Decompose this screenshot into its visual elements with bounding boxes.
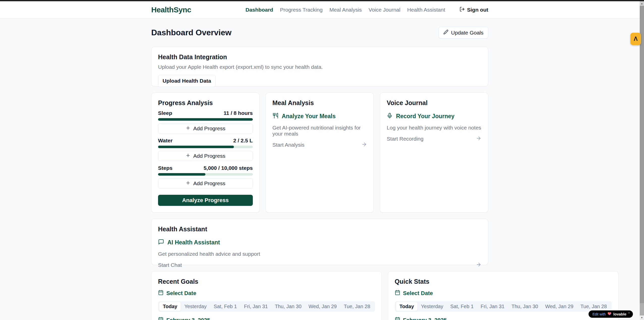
quick-stats-select-date[interactable]: Select Date <box>395 290 612 297</box>
metric-sleep: Sleep 11 / 8 hours Add Progress <box>158 110 253 134</box>
health-assistant-card: Health Assistant AI Health Assistant Get… <box>151 219 488 265</box>
pencil-icon <box>443 29 448 36</box>
progress-analysis-title: Progress Analysis <box>158 99 253 107</box>
ai-health-assistant-link[interactable]: AI Health Assistant <box>158 239 481 246</box>
arrow-right-icon <box>476 262 481 268</box>
chat-bubble-icon <box>158 239 164 246</box>
recent-goals-date-tabs: Today Yesterday Sat, Feb 1 Fri, Jan 31 T… <box>158 301 375 312</box>
edit-with-lovable-badge[interactable]: Edit with lovable × <box>589 310 633 318</box>
tab-tue-jan-28[interactable]: Tue, Jan 28 <box>577 302 610 311</box>
voice-journal-description: Log your health journey with voice notes <box>387 125 481 131</box>
add-water-progress-button[interactable]: Add Progress <box>158 151 253 161</box>
tab-wed-jan-29[interactable]: Wed, Jan 29 <box>305 302 340 311</box>
utensils-icon <box>272 113 279 120</box>
sign-out-label: Sign out <box>467 7 488 13</box>
analyze-progress-button[interactable]: Analyze Progress <box>158 195 253 206</box>
tab-sat-feb-1[interactable]: Sat, Feb 1 <box>447 302 477 311</box>
metric-water-value: 2 / 2.5 L <box>233 138 253 144</box>
tab-tue-jan-28[interactable]: Tue, Jan 28 <box>340 302 374 311</box>
start-recording-action[interactable]: Start Recording <box>387 136 481 142</box>
recent-goals-select-date[interactable]: Select Date <box>158 290 375 297</box>
sign-out-button[interactable]: Sign out <box>459 7 488 13</box>
sleep-progress-bar <box>158 118 253 121</box>
metric-steps: Steps 5,000 / 10,000 steps Add Progress <box>158 165 253 188</box>
tab-thu-jan-30[interactable]: Thu, Jan 30 <box>508 302 542 311</box>
hdi-description: Upload your Apple Health export (export.… <box>158 64 481 70</box>
quick-stats-title: Quick Stats <box>395 278 612 285</box>
scrollbar-up-arrow[interactable]: ▲ <box>640 1 644 6</box>
tab-yesterday[interactable]: Yesterday <box>181 302 210 311</box>
nav-voice-journal[interactable]: Voice Journal <box>369 7 400 13</box>
nav-meal-analysis[interactable]: Meal Analysis <box>329 7 362 13</box>
metric-water: Water 2 / 2.5 L Add Progress <box>158 138 253 161</box>
recent-goals-selected-date[interactable]: February 3, 2025 <box>158 317 375 320</box>
analyze-your-meals-link[interactable]: Analyze Your Meals <box>272 113 367 120</box>
arrow-right-icon <box>476 136 481 142</box>
start-chat-action[interactable]: Start Chat <box>158 262 481 268</box>
scrollbar-thumb[interactable] <box>640 6 644 303</box>
microphone-icon <box>387 113 393 120</box>
recent-goals-card: Recent Goals Select Date Today Yesterday… <box>151 271 382 320</box>
voice-journal-card: Voice Journal Record Your Journey Log yo… <box>380 92 488 213</box>
health-assistant-title: Health Assistant <box>158 226 481 233</box>
calendar-icon <box>395 317 400 320</box>
main-nav: Dashboard Progress Tracking Meal Analysi… <box>246 7 488 13</box>
sign-out-icon <box>459 7 465 13</box>
vertical-scrollbar[interactable]: ▲ ▼ <box>640 1 644 320</box>
scrollbar-down-arrow[interactable]: ▼ <box>640 315 644 320</box>
lovable-heart-icon <box>607 312 611 317</box>
nav-dashboard[interactable]: Dashboard <box>246 7 273 13</box>
quick-stats-date-tabs: Today Yesterday Sat, Feb 1 Fri, Jan 31 T… <box>395 301 612 312</box>
app-header: HealthSync Dashboard Progress Tracking M… <box>0 1 644 18</box>
calendar-icon <box>158 290 164 297</box>
update-goals-button[interactable]: Update Goals <box>439 27 488 39</box>
health-assistant-description: Get personalized health advice and suppo… <box>158 251 481 257</box>
start-analysis-action[interactable]: Start Analysis <box>272 142 367 148</box>
plus-icon <box>186 180 191 187</box>
upload-health-data-button[interactable]: Upload Health Data <box>158 75 216 87</box>
nav-health-assistant[interactable]: Health Assistant <box>407 7 445 13</box>
calendar-icon <box>395 290 400 297</box>
progress-analysis-card: Progress Analysis Sleep 11 / 8 hours Add… <box>151 92 260 213</box>
add-sleep-progress-button[interactable]: Add Progress <box>158 123 253 134</box>
update-goals-label: Update Goals <box>451 30 483 36</box>
quick-stats-selected-date[interactable]: February 3, 2025 <box>395 317 612 320</box>
tab-sat-feb-1[interactable]: Sat, Feb 1 <box>210 302 240 311</box>
tab-fri-jan-31[interactable]: Fri, Jan 31 <box>477 302 508 311</box>
edit-with-label: Edit with <box>592 312 606 316</box>
tab-fri-jan-31[interactable]: Fri, Jan 31 <box>240 302 271 311</box>
voice-journal-title: Voice Journal <box>387 99 481 107</box>
page-title: Dashboard Overview <box>151 28 231 37</box>
metric-sleep-value: 11 / 8 hours <box>224 110 253 116</box>
hdi-title: Health Data Integration <box>158 53 481 61</box>
badge-close-icon[interactable]: × <box>628 311 630 315</box>
quick-stats-card: Quick Stats Select Date Today Yesterday … <box>388 271 619 320</box>
add-steps-progress-button[interactable]: Add Progress <box>158 178 253 188</box>
nav-progress-tracking[interactable]: Progress Tracking <box>280 7 323 13</box>
tab-today[interactable]: Today <box>159 302 181 311</box>
tab-yesterday[interactable]: Yesterday <box>417 302 447 311</box>
arrow-right-icon <box>361 142 367 148</box>
metric-water-label: Water <box>158 138 173 144</box>
meal-analysis-title: Meal Analysis <box>272 99 367 107</box>
amber-widget-logo-icon: Λ <box>634 36 637 42</box>
metric-steps-label: Steps <box>158 165 172 171</box>
amber-widget-button[interactable]: Λ <box>630 33 641 45</box>
window-top-strip <box>0 0 644 1</box>
metric-steps-value: 5,000 / 10,000 steps <box>204 165 253 171</box>
health-data-integration-card: Health Data Integration Upload your Appl… <box>151 47 488 86</box>
water-progress-bar <box>158 146 253 148</box>
meal-analysis-card: Meal Analysis Analyze Your Meals Get AI-… <box>266 92 374 213</box>
tab-thu-jan-30[interactable]: Thu, Jan 30 <box>271 302 305 311</box>
calendar-icon <box>158 317 164 320</box>
app-logo: HealthSync <box>151 6 191 14</box>
tab-wed-jan-29[interactable]: Wed, Jan 29 <box>542 302 577 311</box>
lovable-brand-label: lovable <box>613 312 626 316</box>
metric-sleep-label: Sleep <box>158 110 172 116</box>
tab-today[interactable]: Today <box>396 302 417 311</box>
record-your-journey-link[interactable]: Record Your Journey <box>387 113 481 120</box>
meal-analysis-description: Get AI-powered nutritional insights for … <box>272 125 367 137</box>
plus-icon <box>186 153 191 159</box>
plus-icon <box>186 125 191 132</box>
recent-goals-title: Recent Goals <box>158 278 375 285</box>
